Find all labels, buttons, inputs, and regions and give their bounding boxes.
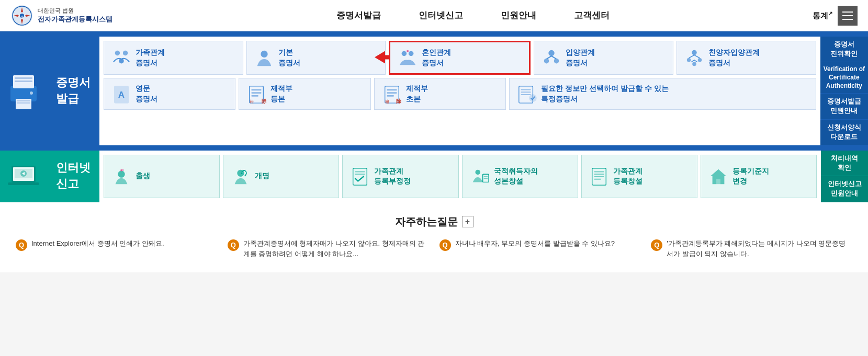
inet-grid: 출생 개명 가족관계등록부정정 [99, 151, 821, 202]
svg-rect-60 [355, 171, 365, 173]
cert-guide-link[interactable]: 증명서발급민원안내 [820, 94, 868, 119]
inet-tile-nationality-text: 국적취득자의성본창설 [494, 166, 538, 187]
svg-rect-59 [353, 168, 367, 185]
cert-tile-special[interactable]: 필요한 정보만 선택하여 발급할 수 있는특정증명서 [509, 78, 816, 110]
hamburger-line-3 [842, 19, 853, 20]
faq-item-1[interactable]: Q Internet Explorer에서 증명서 인쇄가 안돼요. [16, 238, 217, 260]
laptop-icon [5, 155, 42, 197]
nav-civil[interactable]: 민원안내 [482, 0, 555, 31]
cert-section-label: 증명서 발급 [47, 37, 99, 145]
faq-item-3[interactable]: Q 자녀나 배우자, 부모의 증명서를 발급받을 수 있나요? [439, 238, 641, 260]
rename-icon [231, 166, 251, 186]
svg-rect-69 [594, 176, 604, 177]
cert-tile-family-extract[interactable]: 除 籍 제적부초본 [374, 78, 506, 110]
cert-tile-family[interactable]: 가족관계증명서 [104, 41, 243, 75]
cert-tile-foster[interactable]: 친양자입양관계증명서 [677, 41, 816, 75]
faq-list: Q Internet Explorer에서 증명서 인쇄가 안돼요. Q 가족관… [16, 238, 852, 260]
inet-tile-rename[interactable]: 개명 [223, 155, 339, 198]
doc-select-icon [517, 84, 537, 104]
cert-form-download-link[interactable]: 신청서양식다운로드 [820, 120, 868, 145]
faq-item-2[interactable]: Q 가족관계증명서에 형제자매가 나오지 않아요. 형제자매의 관계를 증명하려… [228, 238, 429, 260]
doc-stamp2-icon: 除 籍 [382, 84, 402, 104]
svg-rect-42 [387, 95, 393, 97]
cert-tile-family-register-text: 제적부등본 [270, 84, 292, 104]
cert-section: 증명서 발급 가족관계증명서 [0, 31, 868, 151]
svg-rect-10 [15, 77, 32, 79]
svg-rect-13 [17, 100, 30, 101]
inet-tile-address-change[interactable]: 등록기준지변경 [701, 155, 817, 198]
inet-section: 인터넷 신고 출생 [0, 151, 868, 202]
cert-tile-adoption[interactable]: 입양관계증명서 [534, 41, 673, 75]
doc-lines-icon [589, 166, 609, 186]
faq-plus-button[interactable]: + [462, 216, 474, 227]
svg-rect-67 [594, 171, 604, 173]
svg-text:除: 除 [262, 98, 267, 104]
inet-tile-family-correction[interactable]: 가족관계등록부정정 [342, 155, 458, 198]
cert-tile-family-register[interactable]: 除 籍 제적부등본 [239, 78, 370, 110]
cert-tile-special-text: 필요한 정보만 선택하여 발급할 수 있는특정증명서 [541, 84, 668, 104]
inet-right-links: 처리내역확인 인터넷신고민원안내 [821, 151, 868, 202]
svg-point-29 [698, 58, 702, 62]
svg-rect-40 [387, 89, 397, 90]
cert-printer-area [0, 37, 47, 145]
inet-section-inner: 인터넷 신고 출생 [0, 151, 868, 202]
svg-rect-52 [8, 182, 39, 185]
svg-rect-36 [252, 95, 258, 97]
inet-tile-family-create-text: 가족관계등록창설 [613, 166, 642, 187]
inet-tile-family-create[interactable]: 가족관계등록창설 [581, 155, 697, 198]
faq-section: 자주하는질문 + Q Internet Explorer에서 증명서 인쇄가 안… [0, 202, 868, 273]
svg-rect-64 [483, 176, 488, 177]
faq-item-4-text: '가족관계등록부가 폐쇄되었다는 메시지가 나오며 영문증명서가 발급이 되지 … [667, 238, 852, 260]
hamburger-line-1 [842, 12, 853, 13]
nav-cert[interactable]: 증명서발급 [318, 0, 400, 31]
svg-point-27 [692, 50, 697, 55]
house-icon [708, 166, 728, 186]
svg-point-56 [120, 169, 122, 171]
svg-rect-11 [15, 81, 32, 82]
inet-tile-birth[interactable]: 출생 [104, 155, 220, 198]
doc-check-icon [350, 166, 370, 186]
foster-icon [684, 48, 704, 68]
faq-item-3-text: 자녀나 배우자, 부모의 증명서를 발급받을 수 있나요? [455, 238, 615, 249]
svg-point-25 [544, 59, 549, 64]
faq-item-4[interactable]: Q '가족관계등록부가 폐쇄되었다는 메시지가 나오며 영문증명서가 발급이 되… [651, 238, 852, 260]
inet-process-check-link[interactable]: 처리내역확인 [821, 151, 868, 176]
nav-inet[interactable]: 인터넷신고 [400, 0, 482, 31]
svg-text:除: 除 [396, 98, 402, 104]
faq-q-badge-1: Q [16, 239, 27, 251]
inet-guide-link[interactable]: 인터넷신고민원안내 [821, 176, 868, 202]
svg-point-49 [529, 95, 536, 101]
cert-tile-adoption-text: 입양관계증명서 [566, 48, 595, 68]
faq-item-1-text: Internet Explorer에서 증명서 인쇄가 안돼요. [31, 238, 164, 249]
svg-point-17 [123, 50, 128, 55]
cert-verification-en-link[interactable]: Verification ofCertificateAuthenticity [820, 62, 868, 94]
svg-rect-34 [252, 89, 262, 90]
svg-point-30 [692, 62, 696, 66]
doc-a-icon: A [111, 84, 131, 104]
couple-icon [398, 48, 418, 68]
svg-point-21 [409, 51, 414, 56]
svg-rect-70 [594, 179, 601, 180]
svg-rect-48 [521, 94, 531, 95]
svg-rect-14 [17, 102, 30, 104]
svg-point-20 [402, 51, 407, 56]
faq-q-badge-4: Q [651, 239, 662, 251]
inet-tile-address-change-text: 등록기준지변경 [732, 166, 769, 187]
svg-point-62 [475, 170, 480, 175]
cert-tile-marriage[interactable]: 혼인관계증명서 [389, 41, 531, 75]
hamburger-button[interactable] [838, 6, 858, 26]
nav-stats[interactable]: 통계↗ [813, 10, 832, 21]
svg-rect-61 [355, 174, 365, 175]
cert-verification-link[interactable]: 증명서진위확인 [820, 37, 868, 62]
faq-item-2-text: 가족관계증명서에 형제자매가 나오지 않아요. 형제자매의 관계를 증명하려면 … [243, 238, 429, 260]
main-nav: 증명서발급 인터넷신고 민원안내 고객센터 [133, 0, 813, 31]
cert-tile-english[interactable]: A 영문증명서 [104, 78, 235, 110]
svg-rect-35 [252, 92, 262, 94]
person-icon [254, 48, 274, 68]
cert-tile-basic[interactable]: 기본증명서 [246, 41, 386, 75]
inet-section-label: 인터넷 신고 [47, 151, 99, 202]
inet-tile-family-correction-text: 가족관계등록부정정 [374, 166, 411, 187]
family-icon [111, 48, 131, 68]
inet-tile-nationality[interactable]: 국적취득자의성본창설 [462, 155, 578, 198]
nav-customer[interactable]: 고객센터 [555, 0, 628, 31]
